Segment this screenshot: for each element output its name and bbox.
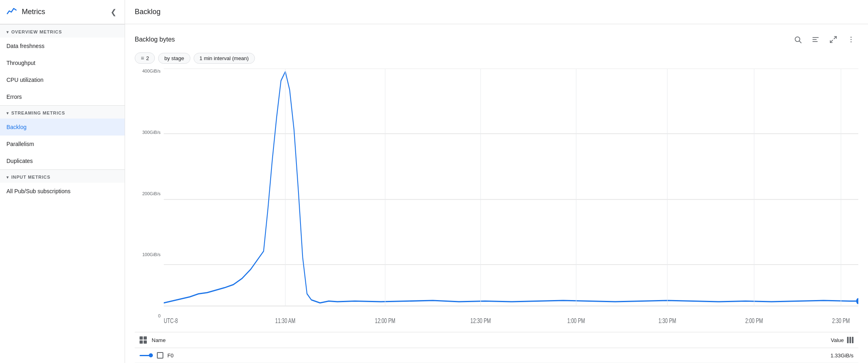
svg-text:1:30 PM: 1:30 PM xyxy=(658,317,676,324)
chart-filters: ≡ 2 by stage 1 min interval (mean) xyxy=(135,52,858,64)
svg-point-8 xyxy=(851,39,852,40)
chart-wrapper: 400GiB/s 300GiB/s 200GiB/s 100GiB/s 0 xyxy=(135,69,858,330)
legend-button[interactable] xyxy=(808,32,823,47)
section-header-streaming: ▾ STREAMING METRICS xyxy=(0,105,125,119)
y-label-300: 300GiB/s xyxy=(135,130,161,135)
main-header: Backlog xyxy=(125,0,868,24)
y-label-400: 400GiB/s xyxy=(135,69,161,73)
svg-text:2:00 PM: 2:00 PM xyxy=(745,317,763,324)
chevron-down-icon-input: ▾ xyxy=(6,175,9,179)
filter-chip-count[interactable]: ≡ 2 xyxy=(135,52,155,64)
sidebar: Metrics ❮ ▾ OVERVIEW METRICS Data freshn… xyxy=(0,0,125,363)
sidebar-header: Metrics ❮ xyxy=(0,0,125,24)
svg-text:1:00 PM: 1:00 PM xyxy=(567,317,585,324)
svg-line-6 xyxy=(830,40,833,43)
svg-text:2:30 PM: 2:30 PM xyxy=(832,317,850,324)
sidebar-item-throughput[interactable]: Throughput xyxy=(0,54,125,71)
app-title: Metrics xyxy=(22,8,45,16)
svg-line-5 xyxy=(834,37,837,39)
y-label-100: 100GiB/s xyxy=(135,252,161,257)
search-button[interactable] xyxy=(791,32,805,47)
svg-point-9 xyxy=(851,42,852,43)
legend-item-value: 1.33GiB/s xyxy=(830,353,853,359)
sidebar-item-errors[interactable]: Errors xyxy=(0,88,125,105)
chart-title-row: Backlog bytes xyxy=(135,32,858,47)
sidebar-item-pubsub[interactable]: All Pub/Sub subscriptions xyxy=(0,183,125,200)
legend-item-name: F0 xyxy=(167,353,173,359)
svg-text:12:00 PM: 12:00 PM xyxy=(375,317,396,324)
y-axis-labels: 400GiB/s 300GiB/s 200GiB/s 100GiB/s 0 xyxy=(135,69,164,330)
legend-row-left: F0 xyxy=(140,352,173,359)
svg-line-1 xyxy=(799,41,801,43)
main-content: Backlog Backlog bytes xyxy=(125,0,868,363)
sidebar-logo: Metrics xyxy=(6,6,45,18)
y-label-0: 0 xyxy=(135,313,161,318)
legend-header: Name Value xyxy=(135,332,858,348)
svg-text:11:30 AM: 11:30 AM xyxy=(275,317,295,324)
legend-value-header: Value xyxy=(831,337,853,343)
svg-text:12:30 PM: 12:30 PM xyxy=(470,317,491,324)
legend-checkbox[interactable] xyxy=(157,352,163,359)
y-label-200: 200GiB/s xyxy=(135,191,161,196)
filter-chip-stage[interactable]: by stage xyxy=(158,53,190,64)
metrics-icon xyxy=(6,6,18,18)
collapse-sidebar-button[interactable]: ❮ xyxy=(109,6,118,18)
chart-title: Backlog bytes xyxy=(135,36,175,43)
sidebar-item-cpu-utilization[interactable]: CPU utilization xyxy=(0,71,125,88)
chart-area: Backlog bytes xyxy=(125,24,868,363)
chevron-down-icon-streaming: ▾ xyxy=(6,111,9,115)
sidebar-item-data-freshness[interactable]: Data freshness xyxy=(0,38,125,54)
sidebar-item-duplicates[interactable]: Duplicates xyxy=(0,152,125,169)
chart-inner: 0 UTC-8 11:30 AM 12:00 PM 12:30 PM 1:00 … xyxy=(164,69,858,330)
chart-toolbar xyxy=(791,32,858,47)
legend-row: F0 1.33GiB/s xyxy=(135,348,858,363)
legend-dot-indicator xyxy=(149,353,153,357)
more-options-button[interactable] xyxy=(844,32,858,47)
chevron-down-icon: ▾ xyxy=(6,30,9,34)
section-header-input: ▾ INPUT METRICS xyxy=(0,169,125,183)
svg-point-7 xyxy=(851,37,852,38)
legend-table: Name Value xyxy=(135,332,858,363)
svg-point-15 xyxy=(856,298,858,304)
sidebar-item-backlog[interactable]: Backlog xyxy=(0,119,125,136)
legend-columns-icon[interactable] xyxy=(847,337,853,343)
page-title: Backlog xyxy=(135,8,161,16)
fullscreen-button[interactable] xyxy=(826,32,841,47)
filter-icon: ≡ xyxy=(141,55,144,61)
svg-text:UTC-8: UTC-8 xyxy=(164,317,178,324)
filter-chip-interval[interactable]: 1 min interval (mean) xyxy=(194,53,255,64)
legend-name-header: Name xyxy=(140,336,166,344)
section-header-overview: ▾ OVERVIEW METRICS xyxy=(0,24,125,38)
grid-icon xyxy=(140,336,147,344)
sidebar-item-parallelism[interactable]: Parallelism xyxy=(0,136,125,152)
